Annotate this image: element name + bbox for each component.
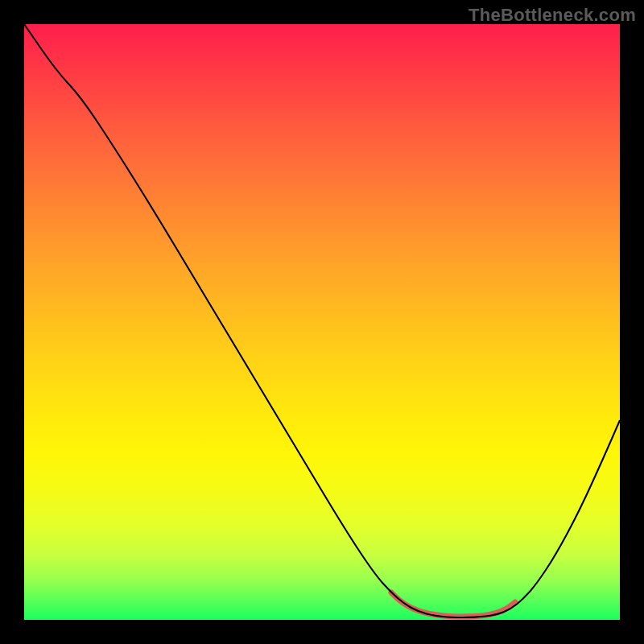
accent-curve: [391, 592, 515, 617]
main-curve: [24, 24, 620, 617]
plot-area: [24, 24, 620, 620]
chart-container: TheBottleneck.com: [0, 0, 644, 644]
chart-svg: [24, 24, 620, 620]
watermark-text: TheBottleneck.com: [469, 5, 636, 26]
